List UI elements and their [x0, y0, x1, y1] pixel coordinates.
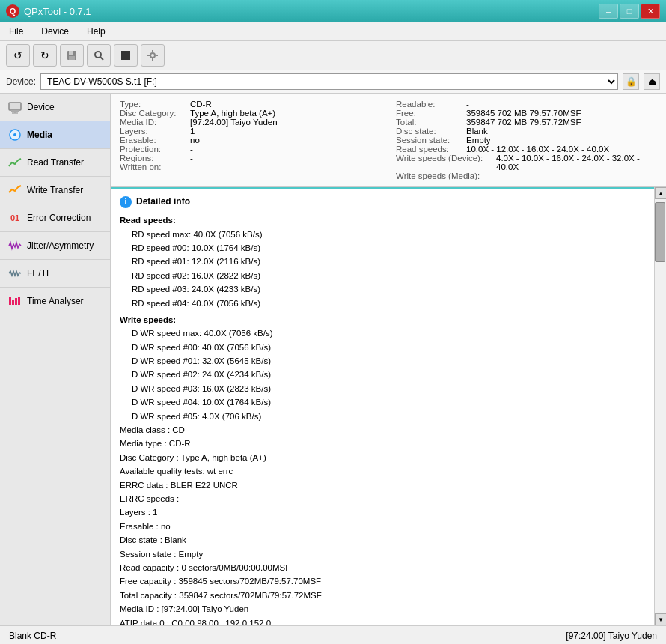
sidebar-label-read-transfer: Read Transfer [27, 157, 84, 168]
detail-line: Media class : CD [120, 423, 645, 437]
toolbar-btn-stop[interactable] [114, 44, 138, 67]
main-area: Device Media Read Transfer Write Transfe… [0, 94, 666, 625]
device-eject-btn[interactable]: ⏏ [644, 73, 660, 90]
value-session-state: Empty [466, 136, 491, 145]
value-protection: - [190, 145, 193, 154]
toolbar-btn-zoom[interactable] [87, 44, 111, 67]
device-label: Device: [6, 76, 36, 87]
sidebar-item-error-correction[interactable]: 01 Error Correction [0, 204, 110, 232]
info-row-erasable: Erasable: no [120, 136, 381, 145]
label-disc-category: Disc Category: [120, 109, 187, 118]
scrollbar-up[interactable]: ▲ [655, 187, 666, 199]
device-lock-btn[interactable]: 🔒 [623, 73, 639, 90]
sidebar-item-time-analyser[interactable]: Time Analyser [0, 288, 110, 315]
detail-line: Read capacity : 0 sectors/0MB/00:00.00MS… [120, 561, 645, 574]
label-total: Total: [396, 118, 463, 127]
svg-line-4 [100, 57, 103, 60]
sidebar-item-jitter[interactable]: Jitter/Asymmetry [0, 232, 110, 260]
info-left: Type: CD-R Disc Category: Type A, high b… [120, 100, 381, 180]
title-bar: Q QPxTool - 0.7.1 – □ ✕ [0, 0, 666, 22]
svg-rect-12 [11, 110, 19, 112]
sidebar-label-media: Media [27, 130, 52, 140]
info-row-regions: Regions: - [120, 154, 381, 162]
toolbar-btn-save[interactable] [60, 44, 84, 67]
sidebar-item-fete[interactable]: FE/TE [0, 260, 110, 288]
detail-line: RD speed max: 40.0X (7056 kB/s) [132, 228, 645, 241]
detail-header: i Detailed info [120, 195, 645, 209]
close-button[interactable]: ✕ [641, 4, 660, 19]
device-select[interactable]: TEAC DV-W5000S S.t1 [F:] [40, 73, 618, 90]
value-write-speeds-media: - [496, 171, 499, 180]
sidebar-item-write-transfer[interactable]: Write Transfer [0, 177, 110, 204]
info-row-protection: Protection: - [120, 145, 381, 154]
detail-line: Session state : Empty [120, 547, 645, 561]
svg-rect-2 [69, 56, 75, 60]
value-type: CD-R [190, 100, 212, 109]
value-free: 359845 702 MB 79:57.70MSF [466, 109, 581, 118]
label-erasable: Erasable: [120, 136, 187, 145]
svg-rect-17 [9, 297, 11, 305]
value-disc-state: Blank [466, 127, 488, 136]
toolbar-btn-refresh[interactable]: ↺ [6, 44, 30, 67]
detail-line: Layers : 1 [120, 505, 645, 519]
error-correction-icon: 01 [7, 210, 22, 225]
status-left: Blank CD-R [9, 631, 56, 641]
detail-line: RD speed #01: 12.0X (2116 kB/s) [132, 255, 645, 268]
info-row-session-state: Session state: Empty [396, 136, 657, 145]
sidebar-item-media[interactable]: Media [0, 121, 110, 149]
sidebar-item-read-transfer[interactable]: Read Transfer [0, 149, 110, 177]
scrollbar-down[interactable]: ▼ [655, 613, 666, 625]
read-speeds-title: Read speeds: [120, 213, 645, 227]
device-icon [7, 100, 22, 115]
write-transfer-icon [7, 183, 22, 198]
status-right: [97:24.00] Taiyo Yuden [566, 631, 657, 641]
menu-help[interactable]: Help [82, 25, 110, 38]
label-written-on: Written on: [120, 162, 187, 171]
info-row-free: Free: 359845 702 MB 79:57.70MSF [396, 109, 657, 118]
toolbar-btn-settings[interactable] [141, 44, 165, 67]
info-row-media-id: Media ID: [97:24.00] Taiyo Yuden [120, 118, 381, 127]
sidebar-label-write-transfer: Write Transfer [27, 185, 83, 195]
detail-line: Disc state : Blank [120, 533, 645, 547]
svg-point-3 [95, 52, 101, 58]
detail-line: Disc Category : Type A, high beta (A+) [120, 451, 645, 464]
detail-line: D WR speed #03: 16.0X (2823 kB/s) [132, 382, 645, 395]
info-row-write-speeds-media: Write speeds (Media): - [396, 171, 657, 180]
app-icon: Q [6, 4, 19, 18]
fete-icon [7, 266, 22, 281]
write-speeds-title: Write speeds: [120, 313, 645, 326]
scrollbar-track[interactable]: ▲ ▼ [654, 187, 666, 625]
scrollbar-thumb[interactable] [655, 202, 665, 262]
detail-line: Total capacity : 359847 sectors/702MB/79… [120, 589, 645, 602]
status-bar: Blank CD-R [97:24.00] Taiyo Yuden [0, 625, 666, 644]
detail-line: RD speed #02: 16.0X (2822 kB/s) [132, 269, 645, 282]
extra-info-section: Media class : CD Media type : CD-R Disc … [120, 423, 645, 625]
info-row-read-speeds: Read speeds: 10.0X - 12.0X - 16.0X - 24.… [396, 145, 657, 154]
menu-file[interactable]: File [4, 25, 28, 38]
info-row-type: Type: CD-R [120, 100, 381, 109]
device-bar: Device: TEAC DV-W5000S S.t1 [F:] 🔒 ⏏ [0, 70, 666, 94]
toolbar-btn-forward[interactable]: ↻ [33, 44, 57, 67]
minimize-button[interactable]: – [599, 4, 618, 19]
sidebar-item-device[interactable]: Device [0, 94, 110, 121]
time-analyser-icon [7, 294, 22, 309]
svg-rect-11 [9, 103, 21, 110]
maximize-button[interactable]: □ [620, 4, 639, 19]
label-write-speeds-device: Write speeds (Device): [396, 154, 493, 171]
value-write-speeds-device: 4.0X - 10.0X - 16.0X - 24.0X - 32.0X - 4… [496, 154, 657, 171]
value-disc-category: Type A, high beta (A+) [190, 109, 275, 118]
info-icon: i [120, 196, 132, 208]
label-type: Type: [120, 100, 187, 109]
label-media-id: Media ID: [120, 118, 187, 127]
detail-line: Available quality tests: wt errc [120, 464, 645, 478]
info-row-layers: Layers: 1 [120, 127, 381, 136]
info-row-written-on: Written on: - [120, 162, 381, 171]
label-protection: Protection: [120, 145, 187, 154]
svg-rect-1 [69, 51, 73, 55]
info-row-disc-state: Disc state: Blank [396, 127, 657, 136]
menu-bar: File Device Help [0, 22, 666, 41]
sidebar-label-device: Device [27, 102, 55, 112]
menu-device[interactable]: Device [37, 25, 73, 38]
media-icon [7, 127, 22, 142]
write-speeds-lines: D WR speed max: 40.0X (7056 kB/s) D WR s… [132, 326, 645, 423]
